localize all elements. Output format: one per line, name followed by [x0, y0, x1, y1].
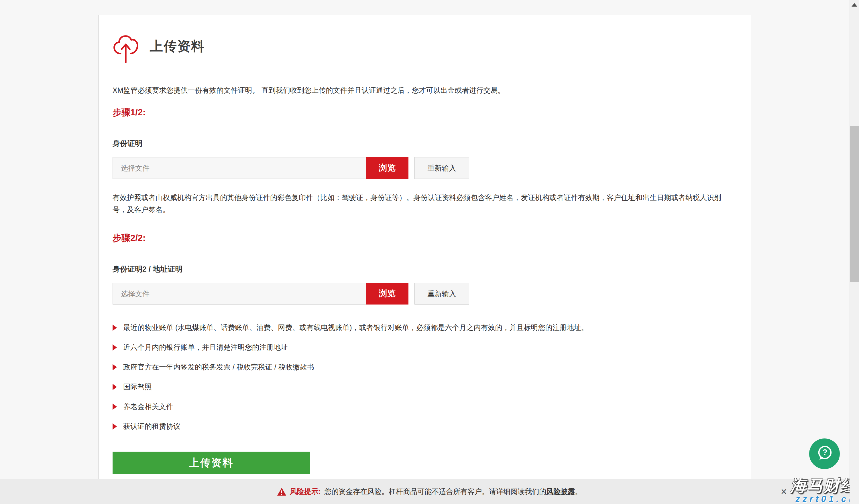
question-bubble-icon: ? — [815, 444, 834, 463]
svg-text:?: ? — [822, 447, 827, 457]
bullet-arrow-icon — [112, 364, 117, 371]
reset-button-1[interactable]: 重新输入 — [415, 157, 469, 179]
file-select-group: 浏览 — [112, 283, 408, 304]
list-item-text: 国际驾照 — [123, 382, 152, 392]
upload-submit-button[interactable]: 上传资料 — [112, 452, 310, 474]
list-item: 养老金相关文件 — [112, 402, 737, 411]
identity-proof-label: 身份证明 — [112, 139, 737, 148]
bullet-arrow-icon — [112, 404, 117, 410]
list-item-text: 最近的物业账单 (水电煤账单、话费账单、油费、网费、或有线电视账单)，或者银行对… — [123, 323, 588, 332]
intro-text: XM监管必须要求您提供一份有效的文件证明。 直到我们收到您上传的文件并且认证通过… — [112, 85, 737, 95]
list-item: 政府官方在一年内签发的税务发票 / 税收完税证 / 税收缴款书 — [112, 362, 737, 372]
file-select-input-2[interactable] — [113, 283, 366, 304]
list-item-text: 政府官方在一年内签发的税务发票 / 税收完税证 / 税收缴款书 — [123, 362, 314, 372]
help-chat-button[interactable]: ? — [809, 439, 840, 469]
risk-message-suffix: 。 — [575, 487, 582, 495]
step-2-heading: 步骤2/2: — [112, 232, 737, 244]
address-proof-input-row: 浏览 重新输入 — [112, 283, 737, 304]
address-proof-label: 身份证明2 / 地址证明 — [112, 264, 737, 274]
risk-warning-label: 风险提示: — [290, 487, 321, 496]
risk-warning-bar: 风险提示: 您的资金存在风险。杠杆商品可能不适合所有客户。请详细阅读我们的风险披… — [0, 479, 859, 504]
file-select-input-1[interactable] — [113, 157, 366, 178]
risk-warning-text: 您的资金存在风险。杠杆商品可能不适合所有客户。请详细阅读我们的风险披露。 — [324, 487, 582, 496]
identity-proof-input-row: 浏览 重新输入 — [112, 157, 737, 179]
browse-button-2[interactable]: 浏览 — [366, 283, 408, 304]
list-item-text: 获认证的租赁协议 — [123, 422, 180, 431]
list-item: 近六个月内的银行账单，并且清楚注明您的注册地址 — [112, 343, 737, 352]
bullet-arrow-icon — [112, 384, 117, 390]
bullet-arrow-icon — [112, 423, 117, 429]
scroll-up-icon[interactable] — [852, 3, 857, 6]
warning-triangle-icon — [277, 487, 286, 496]
bullet-arrow-icon — [112, 325, 117, 331]
list-item: 国际驾照 — [112, 382, 737, 392]
list-item-text: 养老金相关文件 — [123, 402, 173, 411]
browse-button-1[interactable]: 浏览 — [366, 157, 408, 179]
page-scrollbar[interactable] — [849, 0, 859, 504]
cloud-upload-icon — [112, 30, 139, 65]
list-item-text: 近六个月内的银行账单，并且清楚注明您的注册地址 — [123, 343, 288, 352]
scrollbar-thumb[interactable] — [850, 126, 859, 282]
risk-message: 您的资金存在风险。杠杆商品可能不适合所有客户。请详细阅读我们的 — [324, 487, 546, 495]
reset-button-2[interactable]: 重新输入 — [415, 283, 469, 304]
identity-proof-note: 有效护照或者由权威机构官方出具的其他身份证件的彩色复印件（比如：驾驶证，身份证等… — [112, 191, 734, 216]
step-1-heading: 步骤1/2: — [112, 107, 737, 119]
risk-disclosure-link[interactable]: 风险披露 — [546, 487, 575, 495]
close-icon[interactable]: × — [781, 487, 787, 497]
panel-header: 上传资料 — [112, 30, 737, 71]
file-select-group: 浏览 — [112, 157, 408, 179]
risk-warning-content: 风险提示: 您的资金存在风险。杠杆商品可能不适合所有客户。请详细阅读我们的风险披… — [277, 487, 582, 496]
accepted-documents-list: 最近的物业账单 (水电煤账单、话费账单、油费、网费、或有线电视账单)，或者银行对… — [112, 323, 737, 431]
list-item: 最近的物业账单 (水电煤账单、话费账单、油费、网费、或有线电视账单)，或者银行对… — [112, 323, 737, 332]
upload-panel: 上传资料 XM监管必须要求您提供一份有效的文件证明。 直到我们收到您上传的文件并… — [98, 15, 751, 479]
bullet-arrow-icon — [112, 344, 117, 351]
page-title: 上传资料 — [150, 37, 205, 55]
list-item: 获认证的租赁协议 — [112, 422, 737, 431]
